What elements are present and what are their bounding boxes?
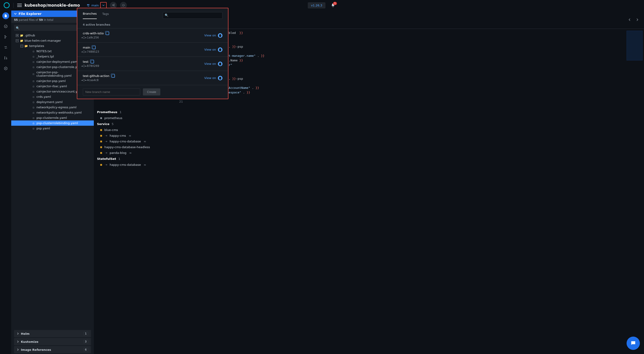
file-icon: ▫ bbox=[32, 85, 35, 88]
rail-git[interactable] bbox=[2, 33, 9, 40]
version-chip[interactable]: v1.26.3 bbox=[308, 2, 326, 8]
copy-icon[interactable] bbox=[106, 32, 109, 35]
commit-hash: 7488523 bbox=[87, 50, 99, 53]
check-circle-icon bbox=[4, 24, 8, 28]
expand-icon[interactable]: − bbox=[20, 45, 23, 47]
branch-name: test-github-action bbox=[83, 74, 110, 78]
share-icon bbox=[112, 4, 115, 7]
status-dot-warning-icon bbox=[100, 135, 102, 137]
sync-icon bbox=[122, 4, 125, 7]
view-on-label: View on bbox=[204, 76, 216, 80]
resource-row[interactable]: ⇢happy-cms-database∞ bbox=[94, 139, 176, 144]
commit-icon bbox=[83, 36, 85, 39]
link-icon: ∞ bbox=[129, 134, 131, 137]
view-on-github[interactable]: View on bbox=[204, 62, 222, 66]
kind-header[interactable]: Service5 bbox=[94, 121, 176, 127]
file-icon: ▫ bbox=[32, 50, 35, 53]
resource-row[interactable]: ⇢happy-cms-database∞ bbox=[94, 162, 176, 168]
status-dot-warning-icon bbox=[100, 164, 102, 166]
resource-name: prometheus bbox=[104, 116, 122, 120]
outgoing-ref-icon: ⇢ bbox=[105, 140, 107, 143]
resource-row[interactable]: ⇢happy-cms∞ bbox=[94, 133, 176, 139]
file-row[interactable]: ▫networkpolicy-webhooks.yaml bbox=[11, 110, 94, 115]
divider bbox=[13, 3, 14, 8]
branch-row[interactable]: test-github-action 4caa4c8 View on bbox=[77, 71, 228, 85]
kind-header[interactable]: StatefulSet1 bbox=[94, 156, 176, 162]
kind-count: 5 bbox=[112, 122, 114, 126]
link-icon: ∞ bbox=[144, 140, 146, 143]
tab-branches[interactable]: Branches bbox=[83, 12, 97, 19]
branch-row[interactable]: crds-with-istio 1a9c256 View on bbox=[77, 28, 228, 42]
github-icon bbox=[218, 47, 222, 52]
file-name: cainjector-rbac.yaml bbox=[36, 84, 67, 88]
rail-settings[interactable] bbox=[2, 65, 9, 72]
file-icon: ▫ bbox=[32, 106, 35, 109]
create-branch-button[interactable]: Create bbox=[143, 88, 160, 95]
file-row[interactable]: ▫networkpolicy-egress.yaml bbox=[11, 105, 94, 110]
commit-hash: 4caa4c8 bbox=[87, 79, 98, 82]
repo-title: kubeshop/monokle-demo bbox=[24, 3, 80, 7]
menu-button[interactable] bbox=[17, 4, 22, 7]
pull-request-icon bbox=[4, 56, 8, 60]
file-row[interactable]: ▫psp-clusterrolebinding.yaml bbox=[11, 120, 94, 126]
rail-pr[interactable] bbox=[2, 54, 9, 61]
branch-row[interactable]: main 7488523 View on bbox=[77, 42, 228, 57]
rail-explorer[interactable] bbox=[2, 12, 9, 19]
file-name: _helpers.tpl bbox=[36, 55, 54, 58]
copy-icon[interactable] bbox=[92, 46, 96, 49]
line-number: 21 bbox=[176, 99, 186, 104]
kind-header[interactable]: Prometheus1 bbox=[94, 109, 176, 115]
resource-row[interactable]: blue-cms bbox=[94, 127, 176, 133]
resource-name: happy-cms bbox=[110, 134, 126, 137]
branch-name: test bbox=[83, 60, 88, 63]
folder-open-icon: 📂 bbox=[24, 44, 28, 48]
copy-icon[interactable] bbox=[112, 74, 115, 78]
tab-tags[interactable]: Tags bbox=[102, 12, 109, 19]
resource-name: happy-cms-database bbox=[110, 163, 141, 167]
view-on-github[interactable]: View on bbox=[204, 47, 222, 52]
rail-compare[interactable] bbox=[2, 44, 9, 51]
github-icon bbox=[218, 62, 222, 66]
branch-search-input[interactable] bbox=[163, 12, 222, 19]
file-row[interactable]: ▫psp-clusterrole.yaml bbox=[11, 115, 94, 120]
file-icon: ▫ bbox=[32, 79, 35, 83]
file-row[interactable]: ▫deployment.yaml bbox=[11, 99, 94, 105]
resource-row[interactable]: prometheus bbox=[94, 115, 176, 121]
file-icon: ▫ bbox=[32, 101, 35, 104]
kind-count: 1 bbox=[118, 157, 120, 161]
resource-row[interactable]: happy-cms-database-headless bbox=[94, 144, 176, 150]
search-icon: 🔍 bbox=[16, 26, 20, 30]
view-on-github[interactable]: View on bbox=[204, 33, 222, 38]
file-icon: ▫ bbox=[32, 60, 35, 63]
view-on-github[interactable]: View on bbox=[204, 76, 222, 80]
copy-icon[interactable] bbox=[91, 60, 94, 63]
svg-point-5 bbox=[6, 58, 7, 59]
file-row[interactable]: ▫psp.yaml bbox=[11, 126, 94, 131]
expand-icon[interactable]: + bbox=[16, 34, 18, 37]
file-icon: ▫ bbox=[32, 122, 35, 125]
commit-icon bbox=[83, 79, 85, 81]
new-branch-input[interactable] bbox=[83, 88, 140, 95]
code-line: 21 bbox=[176, 99, 339, 104]
expand-icon[interactable]: − bbox=[16, 39, 18, 42]
resource-name: panda-blog bbox=[110, 151, 126, 155]
file-name: networkpolicy-webhooks.yaml bbox=[36, 111, 82, 114]
file-name: NOTES.txt bbox=[36, 49, 52, 53]
commit-hash: 8780269 bbox=[87, 64, 99, 68]
commit-hash: 1a9c256 bbox=[87, 36, 99, 39]
resource-row[interactable]: ⇢panda-blog∞ bbox=[94, 150, 176, 156]
file-name: psp-clusterrole.yaml bbox=[36, 116, 67, 120]
notifications-button[interactable]: 1 bbox=[331, 3, 335, 7]
branch-row[interactable]: test 8780269 View on bbox=[77, 57, 228, 71]
branch-dropdown-toggle[interactable] bbox=[100, 2, 107, 8]
file-icon: ▫ bbox=[32, 65, 35, 69]
navigator-list: Prometheus1prometheusService5blue-cms⇢ha… bbox=[94, 109, 176, 186]
folder-name: blue-helm-cert-manager bbox=[24, 39, 61, 42]
branch-selector[interactable]: main bbox=[87, 2, 106, 8]
svg-point-6 bbox=[5, 68, 6, 69]
resource-name: blue-cms bbox=[104, 128, 118, 132]
rail-validate[interactable] bbox=[2, 23, 9, 30]
file-name: networkpolicy-egress.yaml bbox=[36, 106, 76, 109]
search-icon: 🔍 bbox=[165, 13, 168, 17]
svg-point-1 bbox=[4, 35, 6, 36]
